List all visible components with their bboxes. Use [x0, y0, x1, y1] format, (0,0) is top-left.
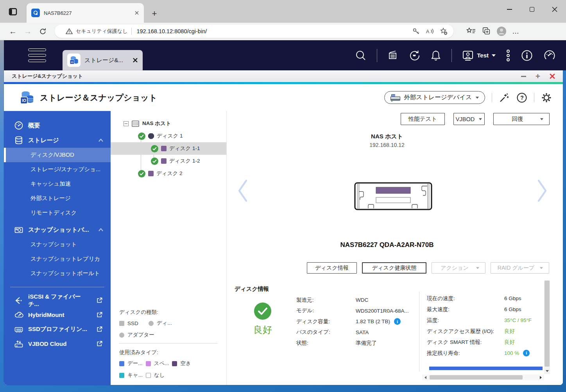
- capacity-info-icon[interactable]: i: [394, 318, 401, 325]
- sidebar-item-snapshot-backup[interactable]: スナップショットバ...: [4, 222, 111, 237]
- help-icon[interactable]: ?: [516, 92, 527, 103]
- dashboard-gauge-icon[interactable]: [543, 49, 556, 62]
- tab-label: ディスク情報: [315, 265, 348, 272]
- horizontal-scrollbar-thumb[interactable]: [430, 375, 523, 379]
- read-aloud-icon[interactable]: A: [425, 27, 434, 35]
- recover-dropdown[interactable]: 回復: [493, 113, 550, 125]
- page-title: ストレージ＆スナップショット: [40, 92, 157, 103]
- external-storage-device-selector[interactable]: RAID 外部ストレージデバイス: [384, 91, 485, 104]
- profile-avatar[interactable]: [496, 26, 507, 36]
- sidebar-item-label: VJBOD Cloud: [28, 340, 66, 347]
- sidebar-item-disks-vjbod[interactable]: ディスク/VJBOD: [4, 148, 111, 162]
- field-label: バスのタイプ:: [296, 329, 356, 336]
- field-value: 準備完了: [356, 340, 377, 347]
- scroll-down-button[interactable]: [544, 368, 550, 374]
- tab-disk-health[interactable]: ディスク健康状態: [362, 262, 426, 274]
- prev-device-arrow[interactable]: [236, 178, 249, 203]
- info-row: ディスク容量:1.82 TB (2 TB)i: [296, 316, 409, 327]
- sidebar-item-cache-acceleration[interactable]: キャッシュ加速: [4, 177, 111, 191]
- sidebar-item-snapshot-vault[interactable]: スナップショットボールト: [4, 266, 111, 281]
- address-bar[interactable]: セキュリティ保護なし 192.168.10.12:8080/cgi-bin/ A: [55, 25, 453, 38]
- tree-node-disk1[interactable]: ディスク 1: [111, 130, 226, 142]
- app-window-titlebar[interactable]: ストレージ&スナップショット +: [4, 70, 563, 82]
- tab-actions-icon[interactable]: [7, 6, 19, 17]
- horizontal-scrollbar[interactable]: [422, 374, 544, 380]
- new-tab-button[interactable]: +: [149, 9, 159, 19]
- field-label: ディスク容量:: [296, 318, 356, 325]
- url-text: 192.168.10.12:8080/cgi-bin/: [136, 28, 407, 34]
- settings-menu-icon[interactable]: …: [512, 27, 520, 36]
- sidebar-item-label: ストレージ/スナップショ...: [30, 166, 100, 173]
- performance-test-button[interactable]: 性能テスト: [401, 113, 445, 125]
- nas-host-ip: 192.168.10.12: [227, 142, 547, 148]
- chevron-up-icon[interactable]: [98, 228, 104, 232]
- vertical-scrollbar-thumb[interactable]: [545, 281, 550, 367]
- wizard-wand-icon[interactable]: [499, 92, 510, 103]
- browser-tab[interactable]: NAS7B6227: [27, 3, 144, 23]
- next-device-arrow[interactable]: [536, 178, 549, 203]
- collections-icon[interactable]: [482, 27, 491, 36]
- tab-raid-group-dropdown: RAID グループ: [491, 262, 549, 274]
- status-good-label: 良好: [239, 324, 286, 336]
- add-favorite-icon[interactable]: [439, 27, 448, 36]
- chevron-up-icon[interactable]: [98, 138, 104, 142]
- sidebar-item-ssd-profiling[interactable]: SSD SSDプロファイリン...: [4, 322, 111, 337]
- button-label: 性能テスト: [408, 115, 437, 123]
- legend-label: スペ...: [154, 360, 169, 367]
- window-minimize-button[interactable]: [498, 0, 521, 19]
- main-menu-icon[interactable]: [28, 48, 46, 62]
- app-maximize-icon[interactable]: +: [536, 73, 540, 79]
- tree-node-nas-host[interactable]: NAS ホスト: [111, 117, 226, 130]
- legend-swatch-none: [146, 373, 151, 378]
- sidebar-item-storage-snapshots[interactable]: ストレージ/スナップショ...: [4, 162, 111, 177]
- password-key-icon[interactable]: [412, 27, 420, 35]
- sidebar-item-snapshot[interactable]: スナップショット: [4, 237, 111, 252]
- scroll-right-button[interactable]: [540, 376, 542, 379]
- window-maximize-button[interactable]: [521, 0, 543, 19]
- qts-app-tab[interactable]: IO ストレージ&...: [63, 50, 143, 70]
- sidebar-item-storage[interactable]: ストレージ: [4, 133, 111, 148]
- sidebar-item-vjbod-cloud[interactable]: VJBOD Cloud: [4, 337, 111, 351]
- sidebar-item-snapshot-replica[interactable]: スナップショットレプリカ: [4, 252, 111, 266]
- tree-collapse-icon[interactable]: [124, 121, 129, 126]
- sidebar-item-iscsi-fibre[interactable]: iSCSI & ファイバーチ...: [4, 293, 111, 308]
- legend-label: ディ...: [157, 320, 172, 327]
- sidebar-item-external-storage[interactable]: 外部ストレージ: [4, 191, 111, 206]
- tree-node-disk1-1[interactable]: ディスク 1-1: [111, 142, 226, 155]
- qts-tab-close-icon[interactable]: [133, 57, 138, 63]
- field-value: SATA: [356, 329, 369, 335]
- system-info-icon[interactable]: [521, 49, 533, 62]
- back-icon[interactable]: ←: [5, 27, 20, 36]
- refresh-icon[interactable]: [35, 28, 50, 35]
- life-info-icon[interactable]: i: [523, 350, 530, 356]
- sidebar-item-remote-disk[interactable]: リモートディスク: [4, 206, 111, 220]
- sync-icon[interactable]: [408, 50, 420, 61]
- tree-node-label: ディスク 1-2: [169, 158, 200, 165]
- scroll-left-button[interactable]: [424, 376, 426, 379]
- sidebar-item-hybridmount[interactable]: HybridMount: [4, 308, 111, 322]
- vertical-scrollbar[interactable]: [544, 280, 550, 374]
- tree-node-disk1-2[interactable]: ディスク 1-2: [111, 155, 226, 167]
- background-tasks-icon[interactable]: [387, 50, 398, 61]
- tab-disk-info[interactable]: ディスク情報: [307, 262, 357, 274]
- user-icon: [462, 50, 474, 61]
- svg-text:IO: IO: [71, 61, 73, 63]
- sidebar-item-overview[interactable]: 概要: [4, 118, 111, 133]
- legend-label: アダプター: [127, 331, 154, 338]
- vjbod-dropdown[interactable]: VJBOD: [453, 113, 485, 125]
- svg-text:?: ?: [520, 95, 524, 101]
- app-close-icon[interactable]: [550, 73, 555, 79]
- user-menu[interactable]: Test: [462, 50, 496, 61]
- tree-node-disk2[interactable]: ディスク 2: [111, 167, 226, 180]
- favorites-bar-icon[interactable]: [466, 27, 476, 36]
- window-close-button[interactable]: [543, 0, 566, 19]
- tab-close-icon[interactable]: [134, 11, 139, 15]
- gear-icon[interactable]: [541, 92, 552, 103]
- search-icon[interactable]: [355, 50, 367, 61]
- app-minimize-icon[interactable]: [521, 76, 526, 77]
- more-options-icon[interactable]: [506, 49, 510, 62]
- legend-label: 空き: [180, 360, 191, 367]
- device-title: NAS7B6227 QDA-A2AR-N70B: [227, 241, 547, 249]
- notifications-bell-icon[interactable]: [430, 50, 441, 61]
- browser-tab-title: NAS7B6227: [44, 10, 134, 16]
